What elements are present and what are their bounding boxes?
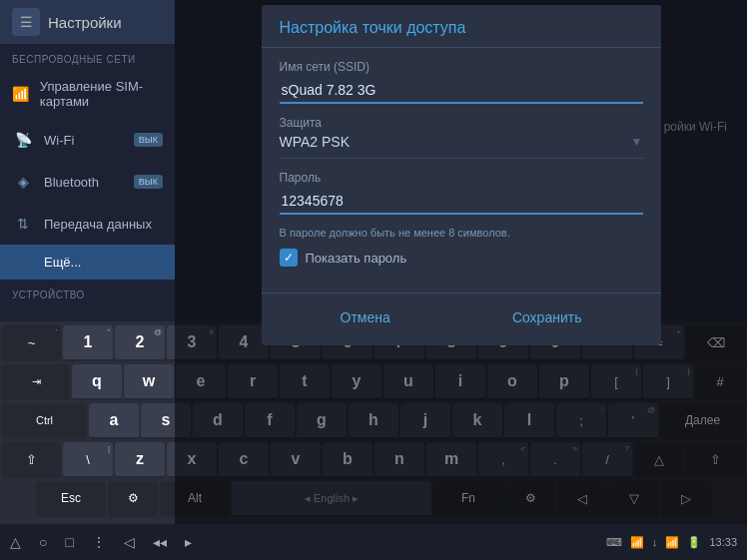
time-display: 13:33 — [709, 536, 737, 548]
wifi-badge: ВЫК — [134, 133, 163, 147]
dropdown-arrow-icon: ▼ — [631, 135, 643, 149]
settings-icon: ☰ — [12, 8, 40, 36]
security-label: Защита — [280, 116, 643, 130]
sidebar-wifi-label: Wi-Fi — [44, 133, 74, 148]
show-password-label: Показать пароль — [306, 251, 407, 266]
sim-icon: 📶 — [12, 83, 30, 105]
status-bar: ⌨ 📶 ↓ 📶 🔋 13:33 — [606, 536, 737, 549]
tab-key[interactable]: ⇥ — [2, 364, 70, 400]
password-hint: В пароле должно быть не менее 8 символов… — [280, 227, 643, 239]
sidebar-bluetooth-label: Bluetooth — [44, 175, 99, 190]
nav-forward-icon[interactable]: ▸ — [185, 534, 192, 550]
security-select[interactable]: WPA2 PSK ▼ — [280, 134, 643, 159]
sidebar-item-data[interactable]: ⇅ Передача данных — [0, 203, 175, 245]
save-button[interactable]: Сохранить — [492, 303, 602, 331]
dialog-overlay: Настройка точки доступа Имя сети (SSID) … — [175, 0, 747, 560]
nav-rewind-icon[interactable]: ◂◂ — [153, 534, 167, 550]
bluetooth-icon: ◈ — [12, 171, 34, 193]
data-icon: ⇅ — [12, 213, 34, 235]
signal-icon: 📶 — [630, 536, 644, 549]
sidebar-item-bluetooth[interactable]: ◈ Bluetooth ВЫК — [0, 161, 175, 203]
show-password-checkbox[interactable]: ✓ — [280, 249, 298, 267]
hotspot-dialog: Настройка точки доступа Имя сети (SSID) … — [262, 5, 661, 345]
sidebar-more-label: Ещё... — [12, 255, 81, 270]
key-2[interactable]: 2@ — [115, 325, 165, 361]
nav-keyboard-back-icon[interactable]: ◁ — [124, 534, 135, 550]
download-icon: ↓ — [652, 536, 658, 548]
key-1[interactable]: 1" — [63, 325, 113, 361]
dialog-actions: Отмена Сохранить — [262, 292, 661, 345]
dialog-title: Настройка точки доступа — [262, 5, 661, 48]
sidebar-title: Настройки — [48, 14, 122, 31]
ssid-label: Имя сети (SSID) — [280, 60, 643, 74]
password-label: Пароль — [280, 171, 643, 185]
cancel-button[interactable]: Отмена — [321, 303, 410, 331]
sidebar-item-more[interactable]: Ещё... — [0, 245, 175, 280]
show-password-row[interactable]: ✓ Показать пароль — [280, 249, 643, 267]
key-z[interactable]: z — [115, 442, 165, 478]
password-input[interactable] — [280, 189, 643, 215]
battery-icon: 🔋 — [687, 536, 701, 549]
ctrl-key[interactable]: Ctrl — [2, 403, 87, 439]
sidebar-header: ☰ Настройки — [0, 0, 175, 44]
ssid-input[interactable] — [280, 78, 643, 104]
key-w[interactable]: w — [124, 364, 174, 400]
nav-menu-icon[interactable]: ⋮ — [92, 534, 106, 550]
section-wireless-label: БЕСПРОВОДНЫЕ СЕТИ — [0, 44, 175, 69]
security-value: WPA2 PSK — [280, 134, 631, 150]
key-a[interactable]: a — [89, 403, 139, 439]
wifi-status-icon: 📶 — [665, 536, 679, 549]
shift-left-key[interactable]: ⇧ — [2, 442, 61, 478]
bottom-bar: △ ○ □ ⋮ ◁ ◂◂ ▸ ⌨ 📶 ↓ 📶 🔋 13:33 — [0, 524, 747, 560]
key-backslash[interactable]: \| — [63, 442, 113, 478]
settings-key-icon[interactable]: ⚙ — [108, 481, 158, 517]
nav-recents-icon[interactable]: □ — [65, 534, 73, 550]
main-content: ройки Wi-Fi Настройка точки доступа Имя … — [175, 0, 747, 560]
keyboard-status-icon: ⌨ — [606, 536, 622, 549]
sidebar-data-label: Передача данных — [44, 217, 152, 232]
bluetooth-badge: ВЫК — [134, 175, 163, 189]
nav-back-icon[interactable]: △ — [10, 534, 21, 550]
sidebar-item-sim[interactable]: 📶 Управление SIM-картами — [0, 69, 175, 119]
wifi-icon: 📡 — [12, 129, 34, 151]
nav-home-icon[interactable]: ○ — [39, 534, 47, 550]
key-q[interactable]: q — [72, 364, 122, 400]
dialog-body: Имя сети (SSID) Защита WPA2 PSK ▼ Пароль… — [262, 48, 661, 292]
sidebar-item-wifi[interactable]: 📡 Wi-Fi ВЫК — [0, 119, 175, 161]
sidebar-sim-label: Управление SIM-картами — [40, 79, 163, 109]
key-tilde[interactable]: ~` — [2, 325, 61, 361]
bottom-nav: △ ○ □ ⋮ ◁ ◂◂ ▸ — [10, 534, 192, 550]
section-device-label: УСТРОЙСТВО — [0, 280, 175, 304]
esc-key[interactable]: Esc — [36, 481, 106, 517]
